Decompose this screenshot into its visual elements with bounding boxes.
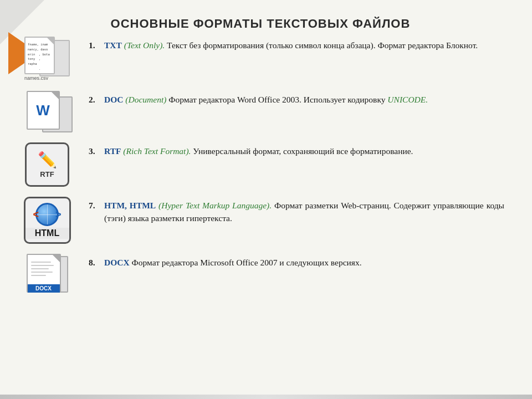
docx-number: 8. [89,256,100,269]
icon-container-html: < > HTML [17,197,78,244]
docx-item-row: 8. DOCX Формат редактора Microsoft Offic… [89,256,504,269]
html-item-row: 7. HTM, HTML (Hyper Text Markup Language… [89,199,504,225]
icon-container-txt: fname, inam nancy, davo erin , bota tony… [17,37,78,81]
txt-main-doc: fname, inam nancy, davo erin , bota tony… [24,37,55,74]
text-container-rtf: 3. RTF (Rich Text Format). Универсальный… [89,142,504,157]
word-icon: W [27,91,68,132]
html-number: 7. [89,199,100,212]
text-container-docx: 8. DOCX Формат редактора Microsoft Offic… [89,254,504,269]
docx-line-4 [31,272,53,273]
docx-format-name: DOCX [104,258,130,267]
docx-icon: DOCX [27,254,68,294]
html-format-name: HTM, HTML [104,201,156,210]
format-item-txt: fname, inam nancy, davo erin , bota tony… [17,37,504,81]
docx-file-lines [28,255,60,280]
csv-filename: names.csv [24,75,48,81]
text-container-html: 7. HTM, HTML (Hyper Text Markup Language… [89,197,504,225]
format-item-doc: W 2. DOC (Document) Формат редактора Wor… [17,91,504,132]
rtf-item-row: 3. RTF (Rich Text Format). Универсальный… [89,145,504,157]
docx-format-desc: Формат редактора Microsoft Office 2007 и… [132,258,362,267]
html-label: HTML [25,228,69,239]
rtf-format-ext: (Rich Text Format). [123,146,191,156]
docx-line-3 [31,268,49,269]
txt-format-ext: (Text Only). [124,40,165,50]
format-item-html: < > HTML 7. HTM, HTML (Hyper Text Markup… [17,197,504,244]
doc-item-row: 2. DOC (Document) Формат редактора Word … [89,93,504,106]
txt-number: 1. [89,39,100,52]
rtf-format-desc: Универсальный формат, сохраняющий все фо… [193,146,413,156]
txt-format-desc: Текст без форматирования (только символ … [167,40,478,50]
format-item-rtf: ✏️ RTF 3. RTF (Rich Text Format). Универ… [17,142,504,187]
doc-unicode: UNICODE. [387,95,428,104]
txt-item-row: 1. TXT (Text Only). Текст без форматиров… [89,39,504,52]
html-right-bracket: > [55,208,62,220]
rtf-number: 3. [89,145,100,157]
html-globe-area: < > [32,202,63,227]
doc-format-ext: (Document) [125,95,166,104]
txt-icon: fname, inam nancy, davo erin , bota tony… [22,37,72,81]
html-icon: < > HTML [24,197,71,244]
rtf-format-name: RTF [104,146,121,156]
content-area: fname, inam nancy, davo erin , bota tony… [17,37,504,294]
slide: ОСНОВНЫЕ ФОРМАТЫ ТЕКСТОВЫХ ФАЙЛОВ fname,… [0,0,532,399]
word-main-doc: W [27,91,60,130]
text-container-doc: 2. DOC (Document) Формат редактора Word … [89,91,504,106]
icon-container-rtf: ✏️ RTF [17,142,78,187]
docx-line-1 [31,262,52,263]
txt-fold [47,38,54,44]
docx-main-doc: DOCX [27,254,61,293]
doc-format-desc-partial: Формат редактора Word Office 2003. Испол… [168,95,387,104]
rtf-label: RTF [40,170,54,178]
html-format-ext: (Hyper Text Markup Language). [158,201,272,210]
doc-number: 2. [89,93,100,106]
txt-format-name: TXT [104,40,122,50]
icon-container-doc: W [17,91,78,132]
text-container-txt: 1. TXT (Text Only). Текст без форматиров… [89,37,504,52]
format-item-docx: DOCX 8. DOCX Формат редактора Microsoft … [17,254,504,294]
icon-container-docx: DOCX [17,254,78,294]
rtf-pen-icon: ✏️ [38,151,57,169]
docx-line-5 [31,275,47,276]
html-arrows: < > [32,208,63,220]
doc-format-name: DOC [104,95,123,104]
html-left-bracket: < [33,208,39,220]
rtf-icon: ✏️ RTF [25,142,69,187]
slide-title: ОСНОВНЫЕ ФОРМАТЫ ТЕКСТОВЫХ ФАЙЛОВ [17,17,504,31]
word-w-letter: W [36,102,50,119]
docx-line-2 [31,265,54,266]
docx-badge: DOCX [28,284,60,293]
